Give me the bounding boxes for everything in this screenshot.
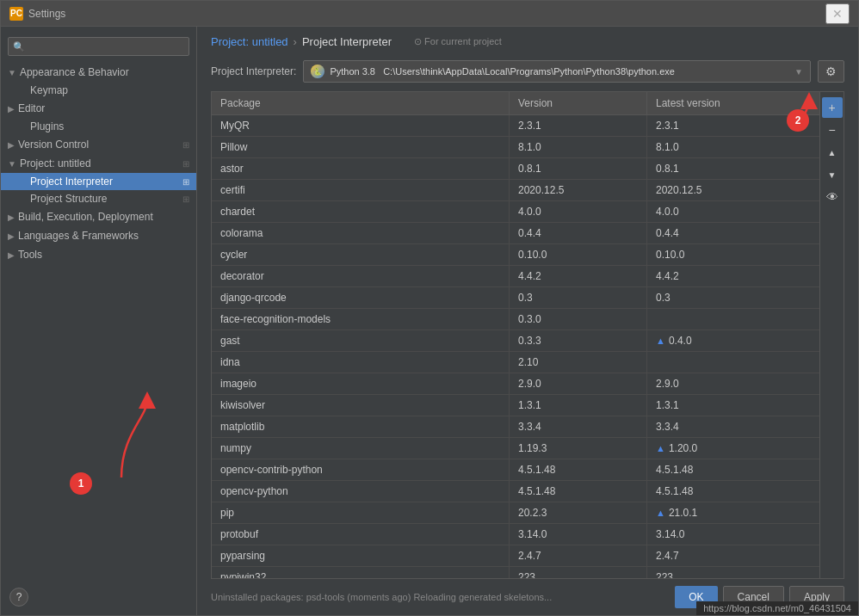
cell-latest: ▲ 21.0.1 — [647, 502, 819, 523]
cell-package: opencv-python — [212, 481, 510, 502]
sidebar-item-languages-frameworks[interactable]: ▶ Languages & Frameworks — [1, 226, 196, 245]
sidebar-group-label: Project: untitled — [20, 157, 91, 169]
close-button[interactable]: ✕ — [825, 3, 850, 24]
scroll-down-button[interactable]: ▼ — [822, 164, 843, 185]
table-row: django-qrcode0.30.3 — [212, 287, 819, 309]
table-row: colorama0.4.40.4.4 — [212, 223, 819, 244]
cell-package: matplotlib — [212, 416, 510, 437]
table-row: certifi2020.12.52020.12.5 — [212, 180, 819, 201]
cell-latest: 2020.12.5 — [647, 180, 819, 200]
table-row: pip20.2.3▲ 21.0.1 — [212, 502, 819, 524]
cell-version: 1.3.1 — [510, 395, 647, 416]
cell-package: pypiwin32 — [212, 567, 510, 578]
help-button[interactable]: ? — [9, 588, 28, 607]
add-package-button[interactable]: + — [822, 97, 843, 118]
cell-package: gast — [212, 330, 510, 351]
cell-package: pyparsing — [212, 545, 510, 566]
cell-version: 3.14.0 — [510, 524, 647, 545]
table-row: imageio2.9.02.9.0 — [212, 373, 819, 395]
title-bar: PC Settings ✕ — [1, 1, 858, 27]
table-row: MyQR2.3.12.3.1 — [212, 115, 819, 137]
cell-latest: 4.0.0 — [647, 201, 819, 222]
cell-latest: 3.14.0 — [647, 524, 819, 545]
cell-version: 2.9.0 — [510, 373, 647, 394]
title-bar-title: Settings — [28, 8, 65, 20]
sidebar-item-project-structure[interactable]: Project Structure ⊞ — [1, 190, 196, 207]
sidebar-child-label: Project Structure — [30, 193, 107, 205]
sidebar-group-label: Tools — [18, 249, 42, 261]
col-package: Package — [212, 92, 510, 114]
eye-button[interactable]: 👁 — [822, 187, 843, 207]
python-icon: 🐍 — [311, 65, 324, 78]
remove-package-button[interactable]: − — [822, 120, 843, 140]
table-row: pyparsing2.4.72.4.7 — [212, 545, 819, 567]
expand-arrow: ▶ — [8, 231, 15, 241]
table-row: Pillow8.1.08.1.0 — [212, 137, 819, 158]
cell-latest: 1.3.1 — [647, 395, 819, 416]
sidebar-child-label: Keymap — [30, 84, 68, 96]
cell-package: numpy — [212, 438, 510, 459]
col-version: Version — [510, 92, 647, 114]
breadcrumb-parent[interactable]: Project: untitled — [211, 35, 288, 48]
cell-package: chardet — [212, 201, 510, 222]
sidebar-item-version-control[interactable]: ▶ Version Control ⊞ — [1, 135, 196, 154]
sidebar-item-plugins[interactable]: Plugins — [1, 118, 196, 135]
cell-latest: 4.5.1.48 — [647, 459, 819, 480]
cell-latest: 8.1.0 — [647, 137, 819, 157]
cell-package: face-recognition-models — [212, 309, 510, 330]
cell-version: 20.2.3 — [510, 502, 647, 523]
cell-latest: 3.3.4 — [647, 416, 819, 437]
vcs-icon: ⊞ — [182, 140, 189, 150]
cell-latest: 0.3 — [647, 287, 819, 308]
arrow-annotation-1 — [78, 383, 164, 495]
col-latest: Latest version — [647, 92, 819, 114]
cell-latest: 0.8.1 — [647, 158, 819, 179]
sidebar-item-project-untitled[interactable]: ▼ Project: untitled ⊞ — [1, 154, 196, 173]
search-input[interactable] — [8, 37, 189, 56]
expand-arrow: ▶ — [8, 104, 15, 114]
cell-latest: 2.9.0 — [647, 373, 819, 394]
table-body: MyQR2.3.12.3.1Pillow8.1.08.1.0astor0.8.1… — [212, 115, 819, 578]
cell-version: 1.19.3 — [510, 438, 647, 459]
cell-version: 8.1.0 — [510, 137, 647, 157]
gear-button[interactable]: ⚙ — [818, 60, 844, 83]
cell-version: 4.5.1.48 — [510, 459, 647, 480]
sidebar-item-project-interpreter[interactable]: Project Interpreter ⊞ — [1, 173, 196, 190]
eye-icon: 👁 — [826, 190, 838, 204]
cell-package: kiwisolver — [212, 395, 510, 416]
main-content: Project: untitled › Project Interpreter … — [197, 27, 858, 615]
interpreter-version: Python 3.8 C:\Users\think\AppData\Local\… — [330, 66, 789, 77]
scroll-up-button[interactable]: ▲ — [822, 142, 843, 163]
table-header: Package Version Latest version — [212, 92, 819, 115]
down-icon: ▼ — [828, 170, 837, 180]
up-icon: ▲ — [828, 148, 837, 157]
cell-latest: ▲ 1.20.0 — [647, 438, 819, 459]
packages-table: Package Version Latest version MyQR2.3.1… — [211, 91, 844, 579]
sidebar-item-appearance-behavior[interactable]: ▼ Appearance & Behavior — [1, 63, 196, 82]
cell-package: cycler — [212, 244, 510, 265]
cell-version: 0.10.0 — [510, 244, 647, 265]
cell-latest: 223 — [647, 567, 819, 578]
sidebar-group-label: Build, Execution, Deployment — [18, 211, 153, 223]
interpreter-row: Project Interpreter: 🐍 Python 3.8 C:\Use… — [197, 55, 858, 91]
interpreter-icon: ⊞ — [182, 177, 189, 187]
sidebar-child-label: Project Interpreter — [30, 176, 113, 188]
table-row: cycler0.10.00.10.0 — [212, 244, 819, 266]
cell-package: astor — [212, 158, 510, 179]
interpreter-select[interactable]: 🐍 Python 3.8 C:\Users\think\AppData\Loca… — [303, 60, 811, 83]
cell-package: Pillow — [212, 137, 510, 157]
table-row: chardet4.0.04.0.0 — [212, 201, 819, 223]
add-icon: + — [828, 101, 835, 114]
project-icon: ⊞ — [182, 159, 189, 169]
search-icon: 🔍 — [13, 41, 25, 52]
table-row: idna2.10 — [212, 352, 819, 373]
sidebar-item-editor[interactable]: ▶ Editor — [1, 99, 196, 118]
status-text: Uninstalled packages: psd-tools (moments… — [211, 592, 552, 602]
table-row: protobuf3.14.03.14.0 — [212, 524, 819, 545]
cell-version: 2.4.7 — [510, 545, 647, 566]
sidebar-item-build-execution[interactable]: ▶ Build, Execution, Deployment — [1, 207, 196, 226]
dropdown-arrow-icon: ▼ — [794, 67, 803, 77]
cell-latest: 2.3.1 — [647, 115, 819, 136]
sidebar-item-keymap[interactable]: Keymap — [1, 82, 196, 99]
sidebar-item-tools[interactable]: ▶ Tools — [1, 245, 196, 264]
